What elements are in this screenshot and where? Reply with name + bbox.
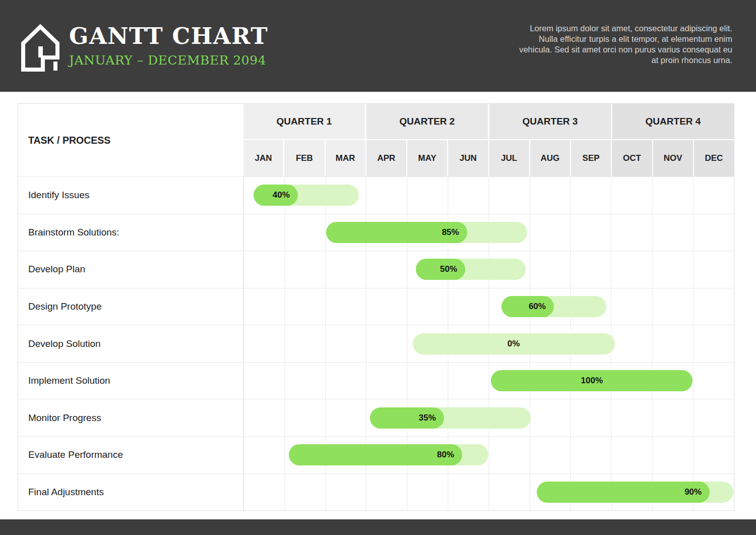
task-row: Design Prototype60% bbox=[18, 288, 734, 326]
month-header-apr: APR bbox=[365, 140, 406, 176]
month-header-mar: MAR bbox=[325, 140, 365, 176]
task-process-header: TASK / PROCESS bbox=[18, 104, 243, 176]
month-header-jan: JAN bbox=[243, 140, 283, 176]
gantt-bar-fill: 40% bbox=[254, 185, 297, 206]
quarter-header-2: QUARTER 2 bbox=[365, 104, 488, 139]
gantt-cell: 80% bbox=[243, 437, 734, 473]
task-label: Brainstorm Solutions: bbox=[18, 214, 243, 251]
house-icon bbox=[19, 20, 61, 72]
month-header-may: MAY bbox=[406, 140, 447, 176]
task-label: Monitor Progress bbox=[18, 399, 243, 436]
progress-label: 85% bbox=[442, 227, 459, 237]
progress-label: 60% bbox=[529, 302, 546, 312]
gantt-bar-track: 35% bbox=[370, 407, 531, 429]
title-block: GANTT CHART JANUARY – DECEMBER 2094 bbox=[69, 24, 268, 68]
quarter-header-3: QUARTER 3 bbox=[488, 104, 611, 139]
gantt-cell: 35% bbox=[243, 399, 734, 436]
progress-label: 35% bbox=[419, 413, 436, 423]
footer-bar bbox=[0, 519, 756, 535]
page: GANTT CHART JANUARY – DECEMBER 2094 Lore… bbox=[0, 0, 756, 535]
task-row: Evaluate Performance80% bbox=[18, 437, 734, 474]
page-title: GANTT CHART bbox=[69, 24, 268, 48]
gantt-cell: 50% bbox=[243, 251, 734, 288]
gantt-bar-fill: 50% bbox=[416, 259, 466, 280]
task-row: Final Adjustments90% bbox=[18, 474, 734, 511]
task-label: Identify Issues bbox=[18, 177, 243, 214]
progress-label: 80% bbox=[437, 450, 454, 460]
header-description: Lorem ipsum dolor sit amet, consectetur … bbox=[517, 23, 732, 66]
gantt-cell: 40% bbox=[243, 177, 734, 214]
progress-label: 0% bbox=[413, 333, 615, 354]
gantt-bar-fill: 80% bbox=[289, 444, 463, 465]
month-header-jun: JUN bbox=[447, 140, 488, 176]
gantt-bar-fill: 35% bbox=[370, 407, 444, 429]
gantt-bar-track: 60% bbox=[501, 296, 606, 317]
gantt-rows: Identify Issues40%Brainstorm Solutions:8… bbox=[18, 177, 734, 510]
task-label: Implement Solution bbox=[18, 363, 243, 399]
gantt-bar-track: 100% bbox=[491, 370, 692, 391]
month-header-oct: OCT bbox=[611, 140, 652, 176]
task-row: Brainstorm Solutions:85% bbox=[18, 214, 734, 252]
gantt-bar-track: 85% bbox=[326, 222, 527, 243]
gantt-cell: 85% bbox=[243, 214, 734, 251]
gantt-table: TASK / PROCESS QUARTER 1QUARTER 2QUARTER… bbox=[18, 103, 734, 511]
month-header-feb: FEB bbox=[283, 140, 324, 176]
month-header-jul: JUL bbox=[488, 140, 529, 176]
task-label: Develop Solution bbox=[18, 325, 243, 362]
gantt-cell: 60% bbox=[243, 288, 734, 325]
month-row: JANFEBMARAPRMAYJUNJULAUGSEPOCTNOVDEC bbox=[243, 140, 734, 176]
month-header-aug: AUG bbox=[529, 140, 570, 176]
gantt-bar-track: 40% bbox=[254, 185, 358, 206]
gantt-cell: 0% bbox=[243, 325, 734, 362]
quarter-header-1: QUARTER 1 bbox=[243, 104, 365, 139]
header: GANTT CHART JANUARY – DECEMBER 2094 Lore… bbox=[0, 0, 756, 92]
date-range-subtitle: JANUARY – DECEMBER 2094 bbox=[69, 53, 268, 68]
task-row: Implement Solution100% bbox=[18, 363, 734, 400]
progress-label: 50% bbox=[440, 264, 457, 274]
task-row: Develop Solution0% bbox=[18, 325, 734, 363]
month-header-sep: SEP bbox=[570, 140, 611, 176]
quarter-row: QUARTER 1QUARTER 2QUARTER 3QUARTER 4 bbox=[243, 104, 734, 140]
gantt-bar-track: 0% bbox=[413, 333, 615, 354]
task-row: Develop Plan50% bbox=[18, 251, 734, 288]
gantt-bar-track: 90% bbox=[537, 482, 733, 503]
quarter-header-4: QUARTER 4 bbox=[611, 104, 734, 139]
gantt-bar-fill: 85% bbox=[326, 222, 467, 243]
month-header-dec: DEC bbox=[693, 140, 734, 176]
task-row: Monitor Progress35% bbox=[18, 399, 734, 437]
progress-label: 90% bbox=[684, 487, 702, 497]
task-label: Design Prototype bbox=[18, 288, 243, 325]
gantt-bar-track: 50% bbox=[416, 259, 526, 280]
gantt-cell: 90% bbox=[243, 474, 734, 511]
table-header: TASK / PROCESS QUARTER 1QUARTER 2QUARTER… bbox=[18, 104, 734, 177]
progress-label: 100% bbox=[491, 370, 692, 391]
progress-label: 40% bbox=[273, 190, 290, 200]
task-label: Final Adjustments bbox=[18, 474, 243, 511]
task-row: Identify Issues40% bbox=[18, 177, 734, 214]
calendar-header: QUARTER 1QUARTER 2QUARTER 3QUARTER 4 JAN… bbox=[243, 104, 734, 176]
gantt-bar-fill: 60% bbox=[501, 296, 554, 317]
gantt-cell: 100% bbox=[243, 363, 734, 399]
gantt-bar-fill: 90% bbox=[537, 482, 710, 503]
gantt-bar-track: 80% bbox=[289, 444, 488, 465]
task-label: Develop Plan bbox=[18, 251, 243, 288]
month-header-nov: NOV bbox=[652, 140, 693, 176]
task-label: Evaluate Performance bbox=[18, 437, 243, 473]
